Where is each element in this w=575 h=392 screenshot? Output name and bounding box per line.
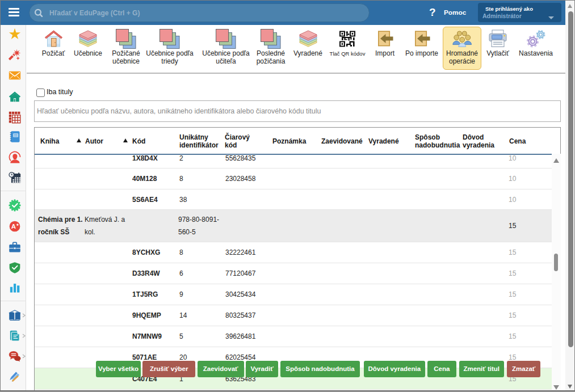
svg-text:A: A (11, 224, 15, 230)
